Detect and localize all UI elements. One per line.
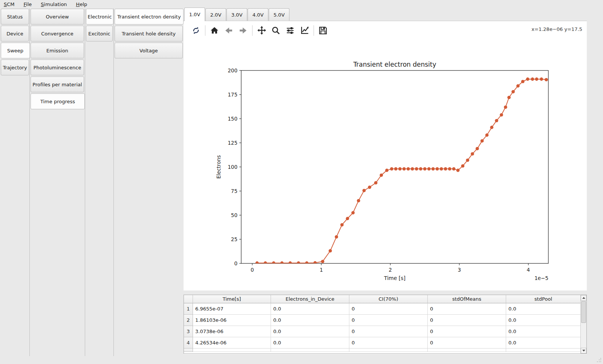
row-number: 1: [184, 303, 193, 315]
toolbar-separator: [205, 25, 205, 36]
svg-text:1e−5: 1e−5: [534, 275, 548, 281]
cell-stdpool[interactable]: 0.0: [506, 337, 581, 349]
tab-status[interactable]: Status: [1, 9, 29, 24]
cell-stdpool[interactable]: 0.0: [506, 326, 581, 337]
cell-electrons[interactable]: 0.0: [271, 326, 349, 337]
svg-text:Time [s]: Time [s]: [384, 275, 406, 281]
cell-electrons[interactable]: 0.0: [271, 303, 349, 315]
cell-ci70[interactable]: 0: [349, 303, 428, 315]
table-row[interactable]: 3 3.0738e-06 0.0 0 0 0.0: [184, 326, 581, 337]
toolbar-separator: [314, 25, 314, 36]
pan-icon[interactable]: [255, 24, 268, 37]
app-window: SCM File Simulation Help Status Device S…: [0, 0, 603, 364]
header-ci70: CI(70%): [349, 295, 428, 303]
svg-text:125: 125: [228, 140, 237, 146]
header-corner: [184, 295, 193, 303]
nav-separator-3: [113, 8, 114, 356]
tab-4_0v[interactable]: 4.0V: [248, 8, 268, 21]
tab-transient-hole-density[interactable]: Transient hole density: [115, 26, 183, 41]
forward-icon[interactable]: [237, 24, 249, 37]
cell-stdofmeans[interactable]: 0: [428, 326, 506, 337]
svg-text:100: 100: [228, 164, 237, 170]
cell-stdpool[interactable]: 0.0: [506, 315, 581, 326]
cell-electrons[interactable]: 0.0: [271, 315, 349, 326]
svg-text:200: 200: [228, 67, 237, 73]
cell-time[interactable]: 1.86103e-06: [193, 315, 271, 326]
save-icon[interactable]: [317, 24, 329, 37]
svg-text:75: 75: [231, 188, 237, 194]
table-row[interactable]: 2 1.86103e-06 0.0 0 0 0.0: [184, 315, 581, 326]
svg-text:25: 25: [231, 236, 237, 242]
tab-voltage[interactable]: Voltage: [115, 43, 183, 58]
tab-profiles-per-material[interactable]: Profiles per material: [31, 76, 84, 92]
table-scrollbar[interactable]: [580, 295, 586, 353]
cell-stdofmeans[interactable]: 0: [428, 315, 506, 326]
tab-time-progress[interactable]: Time progress: [31, 93, 85, 109]
scrollbar-thumb[interactable]: [581, 301, 586, 323]
tab-electronic[interactable]: Electronic: [86, 9, 113, 24]
cell-ci70[interactable]: 0: [349, 337, 428, 349]
scroll-up-button[interactable]: [581, 295, 586, 301]
svg-text:Transient electron density: Transient electron density: [353, 61, 436, 68]
svg-text:4: 4: [527, 267, 530, 273]
plot-toolbar: x=1.28e−06 y=17.5: [184, 21, 587, 40]
tab-5_0v[interactable]: 5.0V: [269, 8, 289, 21]
refresh-icon[interactable]: [190, 24, 202, 37]
tab-device[interactable]: Device: [1, 26, 29, 41]
header-time: Time[s]: [193, 295, 271, 303]
back-icon[interactable]: [222, 24, 235, 37]
svg-text:175: 175: [228, 92, 237, 98]
time-progress-table: Time[s] Electrons_in_Device CI(70%) stdO…: [184, 295, 587, 354]
cursor-coordinates: x=1.28e−06 y=17.5: [531, 26, 582, 32]
table-row[interactable]: 4 4.26534e-06 0.0 0 0 0.0: [184, 337, 581, 349]
window-resize-grip[interactable]: [597, 358, 601, 362]
tab-trajectory[interactable]: Trajectory: [1, 60, 29, 75]
tab-1_0v[interactable]: 1.0V: [184, 8, 205, 21]
nav-separator-2: [85, 8, 85, 356]
plot-canvas[interactable]: 012340255075100125150175200Transient ele…: [184, 40, 587, 291]
cell-time[interactable]: 4.26534e-06: [193, 337, 271, 349]
zoom-icon[interactable]: [269, 24, 282, 37]
cell-time[interactable]: 3.0738e-06: [193, 326, 271, 337]
nav-separator-1: [29, 8, 30, 356]
cell-time[interactable]: 6.9655e-07: [193, 303, 271, 315]
customize-icon[interactable]: [298, 24, 311, 37]
table-row-partial: [184, 349, 581, 352]
header-stdofmeans: stdOfMeans: [428, 295, 506, 303]
cell-ci70[interactable]: 0: [349, 315, 428, 326]
table-header-row: Time[s] Electrons_in_Device CI(70%) stdO…: [184, 295, 581, 303]
tab-photoluminescence[interactable]: Photoluminescence: [31, 60, 84, 75]
svg-text:50: 50: [231, 212, 237, 218]
tab-transient-electron-density[interactable]: Transient electron density: [115, 9, 184, 24]
cell-electrons[interactable]: 0.0: [271, 337, 349, 349]
svg-text:0: 0: [251, 267, 254, 273]
menubar: SCM File Simulation Help: [0, 0, 603, 8]
cell-ci70[interactable]: 0: [349, 326, 428, 337]
tab-excitonic[interactable]: Excitonic: [86, 26, 113, 41]
header-electrons-in-device: Electrons_in_Device: [271, 295, 349, 303]
tab-3_0v[interactable]: 3.0V: [227, 8, 247, 21]
menu-simulation[interactable]: Simulation: [36, 0, 71, 8]
menu-help[interactable]: Help: [72, 0, 92, 8]
cell-stdofmeans[interactable]: 0: [428, 337, 506, 349]
tab-overview[interactable]: Overview: [31, 9, 84, 24]
row-number: 2: [184, 315, 193, 326]
svg-text:3: 3: [458, 267, 461, 273]
home-icon[interactable]: [208, 24, 221, 37]
subplots-icon[interactable]: [284, 24, 297, 37]
tab-emission[interactable]: Emission: [31, 43, 84, 58]
tab-sweep[interactable]: Sweep: [1, 43, 30, 58]
transient-electron-density-chart[interactable]: 012340255075100125150175200Transient ele…: [184, 40, 587, 291]
menu-scm[interactable]: SCM: [0, 0, 19, 8]
splitter-handle[interactable]: [184, 291, 587, 295]
tab-convergence[interactable]: Convergence: [31, 26, 84, 41]
header-stdpool: stdPool: [506, 295, 581, 303]
table-row[interactable]: 1 6.9655e-07 0.0 0 0 0.0: [184, 303, 581, 315]
cell-stdofmeans[interactable]: 0: [428, 303, 506, 315]
svg-text:2: 2: [389, 267, 392, 273]
tab-2_0v[interactable]: 2.0V: [205, 8, 226, 21]
svg-text:150: 150: [228, 116, 237, 122]
scroll-down-button[interactable]: [581, 348, 586, 353]
menu-file[interactable]: File: [19, 0, 37, 8]
cell-stdpool[interactable]: 0.0: [506, 303, 581, 315]
